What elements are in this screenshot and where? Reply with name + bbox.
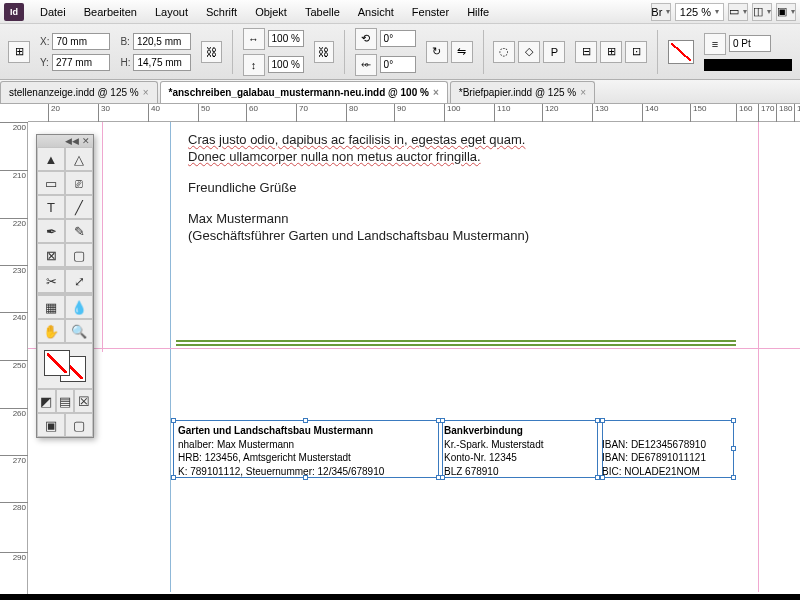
- y-input[interactable]: [52, 54, 110, 71]
- type-tool[interactable]: T: [37, 195, 65, 219]
- menu-datei[interactable]: Datei: [32, 3, 74, 21]
- shear-icon: ⬰: [355, 54, 377, 76]
- rectangle-frame-tool[interactable]: ⊠: [37, 243, 65, 267]
- bottom-bar: [0, 594, 800, 600]
- menu-ansicht[interactable]: Ansicht: [350, 3, 402, 21]
- fill-stroke-swatch[interactable]: [37, 343, 93, 389]
- tools-panel[interactable]: ◀◀ ✕ ▲ △ ▭ ⎚ T ╱ ✒ ✎ ⊠ ▢ ✂ ⤢ ▦ 💧 ✋ 🔍 ◩ ▤…: [36, 134, 94, 438]
- menu-hilfe[interactable]: Hilfe: [459, 3, 497, 21]
- horizontal-ruler[interactable]: 2030405060708090100110120130140150160170…: [28, 104, 800, 122]
- tab-anschreiben[interactable]: *anschreiben_galabau_mustermann-neu.indd…: [160, 81, 448, 103]
- arrange-button[interactable]: ▣: [776, 3, 796, 21]
- close-icon[interactable]: ×: [143, 87, 149, 98]
- bridge-button[interactable]: Br: [651, 3, 671, 21]
- select-content-icon[interactable]: ◇: [518, 41, 540, 63]
- eyed
ropper-tool[interactable]: 💧: [65, 295, 93, 319]
- h-input[interactable]: [133, 54, 191, 71]
- menu-bearbeiten[interactable]: Bearbeiten: [76, 3, 145, 21]
- select-container-icon[interactable]: ◌: [493, 41, 515, 63]
- scale-x-input[interactable]: [268, 30, 304, 47]
- x-label: X:: [40, 36, 49, 47]
- w-label: B:: [120, 36, 129, 47]
- divider-line: [176, 344, 736, 346]
- vertical-ruler[interactable]: 200210220230240250260270280290: [0, 122, 28, 600]
- flip-h-icon[interactable]: ⇋: [451, 41, 473, 63]
- close-icon[interactable]: ×: [580, 87, 586, 98]
- document-canvas[interactable]: Cras justo odio, dapibus ac facilisis in…: [28, 122, 800, 592]
- link-wh-icon[interactable]: ⛓: [201, 41, 221, 63]
- apply-none[interactable]: ☒: [74, 389, 93, 413]
- rectangle-tool[interactable]: ▢: [65, 243, 93, 267]
- screen-mode-button[interactable]: ◫: [752, 3, 772, 21]
- h-label: H:: [120, 57, 130, 68]
- y-label: Y:: [40, 57, 49, 68]
- pen-tool[interactable]: ✒: [37, 219, 65, 243]
- view-mode-button[interactable]: ▭: [728, 3, 748, 21]
- menu-bar: Id Datei Bearbeiten Layout Schrift Objek…: [0, 0, 800, 24]
- footer-iban: IBAN: DE12345678910 IBAN: DE67891011121 …: [602, 424, 732, 478]
- margin-guide: [28, 348, 800, 349]
- tab-briefpapier[interactable]: *Briefpapier.indd @ 125 %×: [450, 81, 595, 103]
- divider-line: [176, 340, 736, 342]
- rotate-cw-icon[interactable]: ↻: [426, 41, 448, 63]
- align-1-icon[interactable]: ⊟: [575, 41, 597, 63]
- align-3-icon[interactable]: ⊡: [625, 41, 647, 63]
- hand-tool[interactable]: ✋: [37, 319, 65, 343]
- footer-company: Garten und Landschaftsbau Mustermann nha…: [178, 424, 436, 478]
- menu-tabelle[interactable]: Tabelle: [297, 3, 348, 21]
- scale-x-icon: ↔: [243, 28, 265, 50]
- pencil-tool[interactable]: ✎: [65, 219, 93, 243]
- scale-y-input[interactable]: [268, 56, 304, 73]
- sender-name: Max Mustermann: [188, 211, 529, 228]
- direct-selection-tool[interactable]: △: [65, 147, 93, 171]
- control-panel: ⊞ X: Y: B: H: ⛓ ↔ ↕ ⛓ ⟲ ⬰ ↻⇋ ◌◇P ⊟⊞⊡ ≡: [0, 24, 800, 80]
- char-panel-icon[interactable]: P: [543, 41, 565, 63]
- stroke-weight-input[interactable]: [729, 35, 771, 52]
- menu-fenster[interactable]: Fenster: [404, 3, 457, 21]
- rotate-input[interactable]: [380, 30, 416, 47]
- link-scale-icon[interactable]: ⛓: [314, 41, 334, 63]
- document-tabs: stellenanzeige.indd @ 125 %× *anschreibe…: [0, 80, 800, 104]
- menu-layout[interactable]: Layout: [147, 3, 196, 21]
- close-icon[interactable]: ×: [433, 87, 439, 98]
- scissors-tool[interactable]: ✂: [37, 269, 65, 293]
- zoom-dropdown[interactable]: 125 %: [675, 3, 724, 21]
- sender-role: (Geschäftsführer Garten und Landschaftsb…: [188, 228, 529, 245]
- tab-stellenanzeige[interactable]: stellenanzeige.indd @ 125 %×: [0, 81, 158, 103]
- stroke-style-dropdown[interactable]: [704, 59, 792, 71]
- page-tool[interactable]: ▭: [37, 171, 65, 195]
- preview-mode[interactable]: ▢: [65, 413, 93, 437]
- menu-schrift[interactable]: Schrift: [198, 3, 245, 21]
- footer-bank: Bankverbindung Kr.-Spark. Musterstadt Ko…: [444, 424, 594, 478]
- x-input[interactable]: [52, 33, 110, 50]
- menu-objekt[interactable]: Objekt: [247, 3, 295, 21]
- w-input[interactable]: [133, 33, 191, 50]
- body-line-1: Cras justo odio, dapibus ac facilisis in…: [188, 132, 529, 149]
- gradient-swatch-tool[interactable]: ▦: [37, 295, 65, 319]
- selection-tool[interactable]: ▲: [37, 147, 65, 171]
- app-icon: Id: [4, 3, 24, 21]
- apply-color[interactable]: ◩: [37, 389, 56, 413]
- rotate-icon: ⟲: [355, 28, 377, 50]
- stroke-weight-icon: ≡: [704, 33, 726, 55]
- zoom-tool[interactable]: 🔍: [65, 319, 93, 343]
- apply-gradient[interactable]: ▤: [56, 389, 75, 413]
- greeting: Freundliche Grüße: [188, 180, 529, 197]
- align-2-icon[interactable]: ⊞: [600, 41, 622, 63]
- scale-y-icon: ↕: [243, 54, 265, 76]
- margin-guide: [102, 122, 103, 352]
- fill-swatch[interactable]: [668, 40, 694, 64]
- gap-tool[interactable]: ⎚: [65, 171, 93, 195]
- normal-mode[interactable]: ▣: [37, 413, 65, 437]
- body-line-2: Donec ullamcorper nulla non metus auctor…: [188, 149, 529, 166]
- line-tool[interactable]: ╱: [65, 195, 93, 219]
- shear-input[interactable]: [380, 56, 416, 73]
- margin-guide: [758, 122, 759, 592]
- column-guide: [170, 122, 171, 592]
- free-transform-tool[interactable]: ⤢: [65, 269, 93, 293]
- reference-point-icon[interactable]: ⊞: [8, 41, 30, 63]
- tools-header[interactable]: ◀◀ ✕: [37, 135, 93, 147]
- letter-body: Cras justo odio, dapibus ac facilisis in…: [188, 132, 529, 244]
